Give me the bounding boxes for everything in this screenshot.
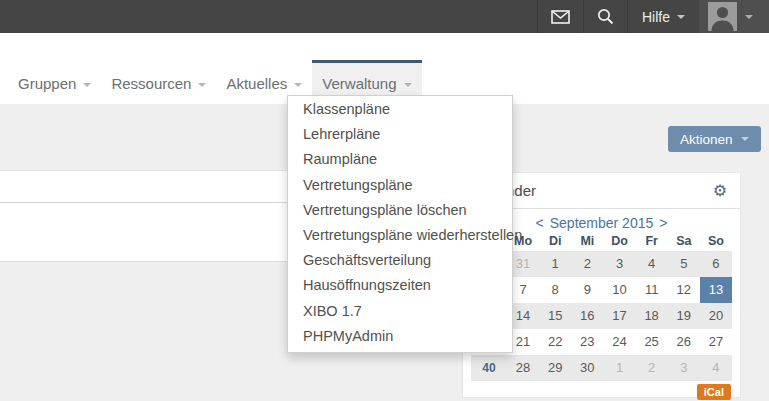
- aktionen-button[interactable]: Aktionen: [668, 126, 761, 152]
- week-number: 40: [471, 361, 507, 375]
- day-header: Do: [603, 233, 635, 249]
- search-button[interactable]: [584, 0, 627, 33]
- dropdown-menu-item[interactable]: Hausöffnungszeiten: [288, 273, 512, 298]
- day-header: Fr: [636, 233, 668, 249]
- aktionen-label: Aktionen: [680, 132, 733, 147]
- nav-item-ressourcen[interactable]: Ressourcen: [101, 60, 216, 104]
- chevron-down-icon: [294, 83, 302, 87]
- topbar: Hilfe: [0, 0, 769, 33]
- dropdown-menu-item[interactable]: Vertretungspläne löschen: [288, 198, 512, 223]
- calendar-day-cell[interactable]: 11: [636, 277, 668, 303]
- dropdown-menu-item[interactable]: Klassenpläne: [288, 97, 512, 122]
- next-month-button[interactable]: >: [659, 215, 667, 231]
- dropdown-menu-item[interactable]: Vertretungspläne wiederherstellen: [288, 223, 512, 248]
- dropdown-menu-item[interactable]: XIBO 1.7: [288, 299, 512, 324]
- search-icon: [597, 8, 614, 25]
- calendar-day-cell[interactable]: 28: [507, 355, 539, 381]
- verwaltung-dropdown-menu: KlassenpläneLehrerpläneRaumpläneVertretu…: [287, 95, 513, 353]
- chevron-down-icon: [741, 137, 749, 141]
- calendar-day-cell[interactable]: 12: [668, 277, 700, 303]
- calendar-day-cell[interactable]: 1: [603, 355, 635, 381]
- chevron-down-icon: [404, 83, 412, 87]
- gear-icon[interactable]: ⚙: [713, 183, 727, 199]
- calendar-day-cell[interactable]: 29: [539, 355, 571, 381]
- mail-button[interactable]: [538, 0, 583, 33]
- calendar-day-cell[interactable]: 20: [700, 303, 732, 329]
- day-header: Sa: [668, 233, 700, 249]
- day-header: Mi: [571, 233, 603, 249]
- calendar-day-cell[interactable]: 1: [539, 251, 571, 277]
- chevron-down-icon: [677, 15, 685, 19]
- calendar-day-cell[interactable]: 26: [668, 329, 700, 355]
- mail-icon: [551, 10, 570, 24]
- nav-item-gruppen[interactable]: Gruppen: [8, 60, 101, 104]
- calendar-day-cell[interactable]: 30: [571, 355, 603, 381]
- chevron-down-icon: [198, 83, 206, 87]
- dropdown-menu-item[interactable]: Geschäftsverteilung: [288, 248, 512, 273]
- user-menu[interactable]: [699, 0, 769, 33]
- day-header: Di: [539, 233, 571, 249]
- dropdown-menu-item[interactable]: Lehrerpläne: [288, 122, 512, 147]
- calendar-day-cell[interactable]: 17: [603, 303, 635, 329]
- chevron-down-icon: [83, 83, 91, 87]
- dropdown-menu-item[interactable]: Raumpläne: [288, 147, 512, 172]
- calendar-day-cell[interactable]: 23: [571, 329, 603, 355]
- calendar-day-cell[interactable]: 27: [700, 329, 732, 355]
- calendar-day-cell[interactable]: 4: [636, 251, 668, 277]
- calendar-day-cell[interactable]: 13: [700, 277, 732, 303]
- chevron-down-icon: [745, 15, 753, 19]
- month-label: September 2015: [550, 215, 654, 231]
- calendar-day-cell[interactable]: 22: [539, 329, 571, 355]
- main-nav: Gruppen Ressourcen Aktuelles Verwaltung: [0, 33, 769, 104]
- day-header: So: [700, 233, 732, 249]
- calendar-day-cell[interactable]: 24: [603, 329, 635, 355]
- calendar-day-cell[interactable]: 25: [636, 329, 668, 355]
- ical-button[interactable]: iCal: [697, 384, 731, 400]
- prev-month-button[interactable]: <: [536, 215, 544, 231]
- calendar-day-cell[interactable]: 10: [603, 277, 635, 303]
- calendar-day-cell[interactable]: 6: [700, 251, 732, 277]
- ical-row: iCal: [471, 381, 732, 400]
- dropdown-menu-item[interactable]: PHPMyAdmin: [288, 324, 512, 349]
- calendar-day-cell[interactable]: 5: [668, 251, 700, 277]
- help-menu[interactable]: Hilfe: [628, 0, 699, 33]
- calendar-day-cell[interactable]: 3: [668, 355, 700, 381]
- calendar-day-cell[interactable]: 3: [603, 251, 635, 277]
- calendar-day-cell[interactable]: 2: [636, 355, 668, 381]
- calendar-day-cell[interactable]: 9: [571, 277, 603, 303]
- dropdown-menu-item[interactable]: Vertretungspläne: [288, 173, 512, 198]
- calendar-day-cell[interactable]: 19: [668, 303, 700, 329]
- calendar-week-row: 40 2829301234: [471, 355, 732, 381]
- calendar-day-cell[interactable]: 8: [539, 277, 571, 303]
- calendar-day-cell[interactable]: 2: [571, 251, 603, 277]
- calendar-day-cell[interactable]: 15: [539, 303, 571, 329]
- calendar-day-cell[interactable]: 16: [571, 303, 603, 329]
- calendar-day-cell[interactable]: 4: [700, 355, 732, 381]
- help-label: Hilfe: [642, 9, 670, 25]
- avatar: [708, 2, 737, 31]
- calendar-day-cell[interactable]: 18: [636, 303, 668, 329]
